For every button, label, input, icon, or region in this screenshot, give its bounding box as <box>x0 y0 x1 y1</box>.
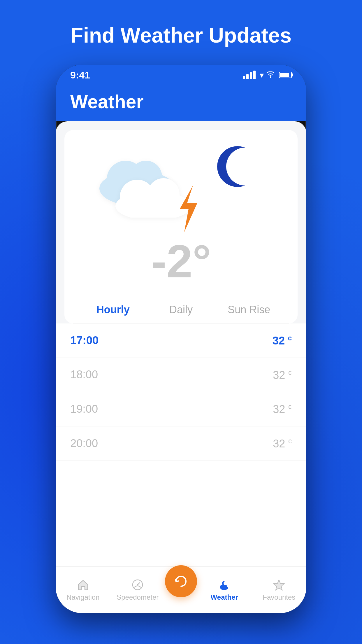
temperature-value: -2° <box>151 235 211 287</box>
hourly-temp-1700: 32 c <box>273 334 292 347</box>
refresh-icon <box>173 573 189 589</box>
app-header: Weather <box>56 85 306 121</box>
svg-point-0 <box>270 77 271 78</box>
hourly-list: 17:00 32 c 18:00 32 c 19:00 32 c 20:00 3… <box>56 323 306 566</box>
hourly-temp-1800: 32 c <box>273 368 292 382</box>
svg-point-10 <box>137 584 138 585</box>
nav-item-weather[interactable]: Weather <box>197 579 252 601</box>
app-header-title: Weather <box>70 91 292 113</box>
nav-item-favourites[interactable]: Favourites <box>252 579 307 601</box>
nav-center-refresh-button[interactable] <box>165 565 197 597</box>
moon-icon <box>207 142 260 194</box>
status-bar: 9:41 ▾ <box>56 65 306 85</box>
hourly-temp-2000: 32 c <box>273 437 292 450</box>
home-icon <box>77 579 89 591</box>
tabs-row: Hourly Daily Sun Rise <box>73 296 289 323</box>
nav-label-weather: Weather <box>211 593 238 601</box>
nav-label-speedometer: Speedometer <box>117 593 159 601</box>
hourly-time-1800: 18:00 <box>70 368 98 381</box>
status-time: 9:41 <box>70 69 90 81</box>
lightning-icon <box>170 186 208 232</box>
temperature-display: -2° <box>73 232 289 293</box>
status-icons: ▾ <box>243 70 292 80</box>
svg-point-13 <box>224 585 227 588</box>
nav-item-navigation[interactable]: Navigation <box>56 579 110 601</box>
battery-icon <box>279 72 292 78</box>
wifi-icon: ▾ <box>260 70 275 80</box>
nav-label-navigation: Navigation <box>66 593 99 601</box>
tab-sunrise[interactable]: Sun Rise <box>215 296 283 323</box>
hourly-row[interactable]: 19:00 32 c <box>56 392 306 426</box>
hourly-row[interactable]: 20:00 32 c <box>56 426 306 461</box>
tab-hourly[interactable]: Hourly <box>79 296 147 323</box>
hourly-time-1900: 19:00 <box>70 403 98 415</box>
page-title: Find Weather Updates <box>71 23 292 47</box>
signal-icon <box>243 71 256 79</box>
svg-marker-7 <box>180 186 197 232</box>
phone-frame: 9:41 ▾ Weather <box>56 65 306 613</box>
hourly-time-1700: 17:00 <box>70 334 99 347</box>
svg-marker-14 <box>274 580 284 590</box>
weather-illustration <box>73 139 289 232</box>
hourly-row[interactable]: 17:00 32 c <box>56 323 306 358</box>
weather-card: -2° Hourly Daily Sun Rise <box>64 130 298 323</box>
speedometer-icon <box>131 579 144 591</box>
nav-label-favourites: Favourites <box>263 593 295 601</box>
star-icon <box>273 579 285 591</box>
tab-daily[interactable]: Daily <box>147 296 215 323</box>
hourly-time-2000: 20:00 <box>70 437 98 450</box>
hourly-temp-1900: 32 c <box>273 402 292 416</box>
weather-nav-icon <box>218 579 231 591</box>
app-content: -2° Hourly Daily Sun Rise 17:00 32 c 18:… <box>56 121 306 613</box>
svg-point-12 <box>220 585 224 589</box>
bottom-nav: Navigation Speedometer <box>56 566 306 613</box>
hourly-row[interactable]: 18:00 32 c <box>56 358 306 392</box>
nav-item-speedometer[interactable]: Speedometer <box>110 579 165 601</box>
